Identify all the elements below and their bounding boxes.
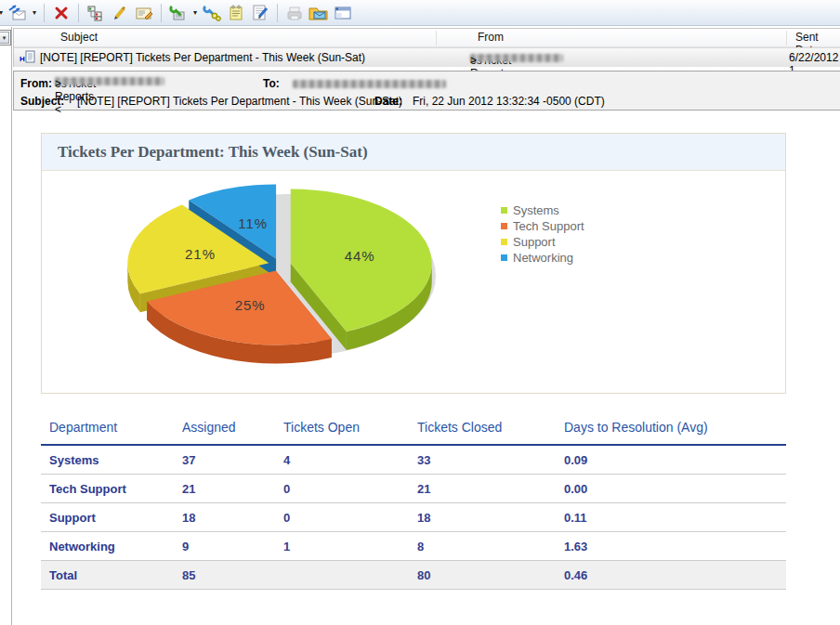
legend-item: Support [501,234,584,250]
redacted-email [470,54,563,62]
table-row: Support180180.11 [41,503,786,532]
combobox-dropdown-icon[interactable]: ▾ [0,32,9,44]
notes-icon[interactable] [224,1,248,25]
toolbar-separator [161,4,162,22]
edit-form-icon[interactable] [248,1,272,25]
table-cell: 33 [409,445,556,475]
window-layout-icon[interactable] [331,1,355,25]
legend-label: Systems [513,203,559,217]
message-list: Subject From Sent Date H [NOTE] [REPORT]… [13,28,840,67]
table-cell: 0 [275,503,409,532]
table-cell: 21 [174,475,275,503]
report-title-band: Tickets Per Department: This Week (Sun-S… [42,134,785,171]
table-cell: Tech Support [41,475,174,503]
table-cell: Networking [41,532,174,561]
pie-slice-label: 21% [185,246,216,262]
subject-label: Subject: [20,95,64,108]
pie-slice-label: 11% [238,215,268,231]
get-mail-icon[interactable] [6,1,30,25]
table-cell: 0.00 [556,475,786,503]
table-header-row: DepartmentAssignedTickets OpenTickets Cl… [41,409,786,445]
table-col-header: Tickets Open [275,409,409,445]
table-cell: 18 [409,503,556,532]
table-cell: 4 [275,445,409,475]
email-body: Tickets Per Department: This Week (Sun-S… [13,112,840,625]
table-row: Networking9181.63 [41,532,786,561]
table-cell: Systems [41,445,174,475]
table-total-row: Total85800.46 [41,561,786,590]
table-cell [275,561,409,590]
table-cell: 9 [174,532,275,561]
toolbar-separator [78,4,79,22]
column-header-subject[interactable]: Subject [60,31,98,44]
toolbar-separator [44,4,45,22]
report-table: DepartmentAssignedTickets OpenTickets Cl… [41,409,786,590]
table-col-header: Assigned [174,409,275,445]
to-label: To: [263,77,280,90]
pie-chart: 44%25%21%11% [42,172,787,393]
legend-item: Networking [501,250,584,266]
redacted-email [293,80,446,88]
legend-item: Systems [501,202,584,218]
table-col-header: Tickets Closed [409,409,556,445]
settings-gears-icon[interactable] [200,1,224,25]
table-cell: 0 [275,475,409,503]
table-col-header: Days to Resolution (Avg) [556,409,786,445]
redacted-email [55,77,164,85]
message-list-header: Subject From Sent Date [14,29,840,47]
table-cell: 80 [409,561,556,590]
address-write-icon[interactable] [132,1,156,25]
left-pane-strip [0,27,12,625]
delete-icon[interactable] [49,1,73,25]
legend-label: Tech Support [513,219,584,233]
table-cell: 85 [174,561,275,590]
tools-computer-icon[interactable] [166,1,190,25]
table-cell: 1 [275,532,409,561]
table-cell: 0.46 [556,561,786,590]
column-divider[interactable] [436,31,437,46]
open-mail-folder-icon[interactable] [307,1,331,25]
legend-swatch-icon [501,207,507,214]
toolbar: ▾ ▾ ▾ [0,0,840,26]
legend-item: Tech Support [501,218,584,234]
legend-label: Networking [513,251,573,265]
table-cell: 1.63 [556,532,786,561]
report-panel: Tickets Per Department: This Week (Sun-S… [41,133,786,394]
compose-pencil-icon[interactable] [108,1,132,25]
table-cell: Total [41,561,174,590]
table-row: Tech Support210210.00 [41,475,786,503]
table-body: Systems374330.09Tech Support210210.00Sup… [41,445,786,590]
table-col-header: Department [41,409,174,445]
column-divider[interactable] [786,31,787,46]
table-row: Systems374330.09 [41,445,786,475]
legend-swatch-icon [501,239,507,245]
folder-combobox[interactable]: ▾ [0,30,11,46]
thread-tree-icon[interactable] [84,1,108,25]
toolbar-separator [277,4,278,22]
pie-slice-label: 25% [235,297,266,313]
pie-slice-label: 44% [345,248,375,264]
table-cell: 8 [409,532,556,561]
tools-computer-caret[interactable]: ▾ [190,8,200,17]
chart-legend: SystemsTech SupportSupportNetworking [501,202,584,266]
table-cell: 0.11 [556,503,786,532]
table-cell: 37 [174,445,275,475]
legend-swatch-icon [501,254,507,261]
table-cell: Support [41,503,174,532]
date-label: Date: [374,95,402,108]
html-mail-marker: H [20,55,25,63]
get-mail-caret[interactable]: ▾ [30,8,39,17]
report-title: Tickets Per Department: This Week (Sun-S… [42,134,785,162]
column-header-from[interactable]: From [478,31,504,44]
table-cell: 21 [409,475,556,503]
print-icon [282,1,307,25]
email-headers-pane: From: osTicket Reports <> To: Subject: [… [13,71,840,111]
legend-label: Support [513,235,556,249]
table-cell: 18 [174,503,275,532]
legend-swatch-icon [501,223,507,229]
date-value: Fri, 22 Jun 2012 13:32:34 -0500 (CDT) [413,95,605,108]
message-row[interactable]: H [NOTE] [REPORT] Tickets Per Department… [14,47,840,67]
table-cell: 0.09 [556,445,786,475]
message-subject: [NOTE] [REPORT] Tickets Per Department -… [40,51,365,64]
subject-value: [NOTE] [REPORT] Tickets Per Department -… [77,95,402,108]
